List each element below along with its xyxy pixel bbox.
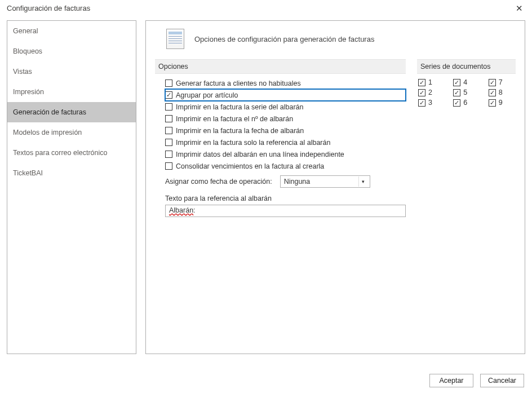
series-header: Series de documentos <box>417 59 516 74</box>
option-checkbox-2[interactable] <box>165 103 172 111</box>
sidebar-item-5[interactable]: Modelos de impresión <box>7 122 136 143</box>
series-checkbox-8[interactable]: ✓ <box>489 89 496 96</box>
sidebar-item-7[interactable]: TicketBAI <box>7 163 136 183</box>
reference-label: Texto para la referencia al albarán <box>165 195 406 202</box>
options-list: Generar factura a clientes no habituales… <box>155 77 406 172</box>
option-row-7: Consolidar vencimientos en la factura al… <box>165 160 406 172</box>
series-label-8: 8 <box>499 89 503 96</box>
options-header: Opciones <box>155 59 406 74</box>
series-cell-4: ✓4 <box>453 78 480 86</box>
option-label-7: Consolidar vencimientos en la factura al… <box>176 162 324 170</box>
assign-row: Asignar como fecha de operación: Ninguna… <box>165 175 406 188</box>
series-checkbox-5[interactable]: ✓ <box>453 89 460 96</box>
sidebar-item-4[interactable]: Generación de facturas <box>7 102 136 122</box>
series-label-7: 7 <box>499 78 503 86</box>
assign-combo[interactable]: Ninguna ▾ <box>280 175 370 188</box>
option-row-6: Imprimir datos del albarán en una línea … <box>165 148 406 160</box>
dialog-footer: Aceptar Cancelar <box>429 374 524 387</box>
content-columns: Opciones Generar factura a clientes no h… <box>155 59 516 217</box>
option-label-4: Imprimir en la factura la fecha de albar… <box>176 127 304 135</box>
page-header: Opciones de configuración para generació… <box>166 29 516 49</box>
option-row-0: Generar factura a clientes no habituales <box>165 77 406 89</box>
option-label-2: Imprimir en la factura la serie del alba… <box>176 103 304 111</box>
option-label-0: Generar factura a clientes no habituales <box>176 80 301 87</box>
dialog-title: Configuración de facturas <box>7 0 90 17</box>
option-label-5: Imprimir en la factura solo la referenci… <box>176 139 330 147</box>
option-label-1: Agrupar por artículo <box>176 91 238 99</box>
dialog-titlebar: Configuración de facturas ✕ <box>0 0 532 17</box>
series-cell-9: ✓9 <box>489 99 516 107</box>
sidebar-item-1[interactable]: Bloqueos <box>7 41 136 61</box>
sidebar-item-0[interactable]: General <box>7 21 136 41</box>
series-label-2: 2 <box>428 89 432 96</box>
cancel-button[interactable]: Cancelar <box>480 374 524 387</box>
series-cell-2: ✓2 <box>418 89 445 96</box>
series-label-9: 9 <box>499 99 503 107</box>
option-label-3: Imprimir en la factura el nº de albarán <box>176 115 293 123</box>
option-checkbox-7[interactable] <box>165 162 172 170</box>
sidebar-item-6[interactable]: Textos para correo electrónico <box>7 143 136 163</box>
series-checkbox-1[interactable]: ✓ <box>418 79 425 86</box>
option-label-6: Imprimir datos del albarán en una línea … <box>176 151 344 158</box>
series-cell-7: ✓7 <box>489 78 516 86</box>
assign-label: Asignar como fecha de operación: <box>165 178 272 186</box>
option-checkbox-5[interactable] <box>165 139 172 146</box>
option-row-4: Imprimir en la factura la fecha de albar… <box>165 125 406 136</box>
document-icon <box>166 29 184 49</box>
accept-button[interactable]: Aceptar <box>429 374 473 387</box>
reference-input[interactable]: Albarán: <box>165 205 406 217</box>
series-label-1: 1 <box>428 78 432 86</box>
series-checkbox-7[interactable]: ✓ <box>489 79 496 86</box>
chevron-down-icon: ▾ <box>358 176 367 187</box>
series-checkbox-3[interactable]: ✓ <box>418 99 425 107</box>
series-column: Series de documentos ✓1✓4✓7✓2✓5✓8✓3✓6✓9 <box>417 59 516 217</box>
series-label-3: 3 <box>428 99 432 107</box>
series-label-4: 4 <box>463 78 467 86</box>
series-label-6: 6 <box>463 99 467 107</box>
series-cell-8: ✓8 <box>489 89 516 96</box>
close-icon[interactable]: ✕ <box>506 0 532 17</box>
option-checkbox-3[interactable] <box>165 115 172 122</box>
option-checkbox-1[interactable]: ✓ <box>165 91 172 99</box>
option-row-3: Imprimir en la factura el nº de albarán <box>165 113 406 125</box>
assign-value: Ninguna <box>284 178 311 186</box>
main-panel: Opciones de configuración para generació… <box>145 20 525 354</box>
sidebar: GeneralBloqueosVistasImpresiónGeneración… <box>7 20 136 354</box>
series-checkbox-9[interactable]: ✓ <box>489 99 496 107</box>
options-column: Opciones Generar factura a clientes no h… <box>155 59 406 217</box>
series-checkbox-2[interactable]: ✓ <box>418 89 425 96</box>
series-cell-1: ✓1 <box>418 78 445 86</box>
series-grid: ✓1✓4✓7✓2✓5✓8✓3✓6✓9 <box>417 77 516 107</box>
sidebar-item-2[interactable]: Vistas <box>7 61 136 82</box>
series-checkbox-4[interactable]: ✓ <box>453 79 460 86</box>
series-cell-3: ✓3 <box>418 99 445 107</box>
dialog-body: GeneralBloqueosVistasImpresiónGeneración… <box>0 17 532 378</box>
option-checkbox-4[interactable] <box>165 127 172 134</box>
option-row-2: Imprimir en la factura la serie del alba… <box>165 101 406 113</box>
option-row-5: Imprimir en la factura solo la referenci… <box>165 136 406 148</box>
option-checkbox-6[interactable] <box>165 151 172 158</box>
series-label-5: 5 <box>463 89 467 96</box>
series-cell-5: ✓5 <box>453 89 480 96</box>
series-checkbox-6[interactable]: ✓ <box>453 99 460 107</box>
series-cell-6: ✓6 <box>453 99 480 107</box>
option-row-1: ✓Agrupar por artículo <box>165 89 406 101</box>
page-title: Opciones de configuración para generació… <box>194 35 374 43</box>
sidebar-item-3[interactable]: Impresión <box>7 82 136 102</box>
option-checkbox-0[interactable] <box>165 80 172 87</box>
